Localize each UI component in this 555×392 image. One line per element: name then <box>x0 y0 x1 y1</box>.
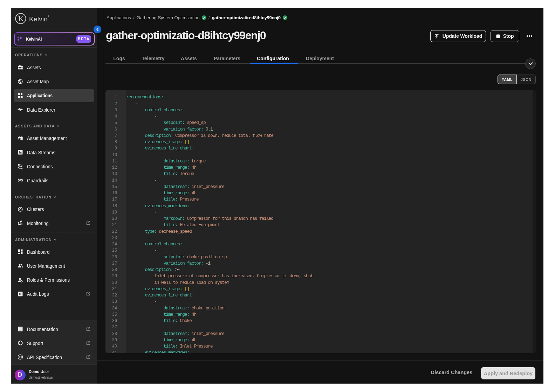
svg-text:K: K <box>19 15 23 22</box>
